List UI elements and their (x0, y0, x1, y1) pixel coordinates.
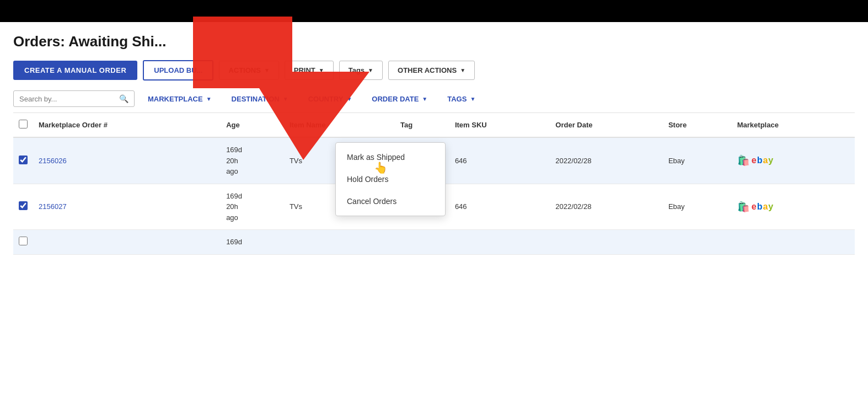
cancel-orders-item[interactable]: Cancel Orders (336, 190, 445, 212)
tags-chevron-icon: ▼ (368, 67, 373, 73)
order-link[interactable]: 2156027 (39, 202, 67, 211)
select-all-checkbox[interactable] (19, 120, 28, 128)
row-marketplace: 🛍️ ebay (732, 137, 855, 184)
print-dropdown-button[interactable]: PRINT ▼ (285, 61, 334, 80)
search-box[interactable]: 🔍 (13, 90, 135, 107)
col-marketplace: Marketplace (732, 113, 855, 137)
other-actions-dropdown-button[interactable]: OTHER ACTIONS ▼ (388, 61, 475, 80)
row-item-sku: 646 (449, 184, 550, 230)
hold-orders-item[interactable]: Hold Orders (336, 168, 445, 190)
row-item-name (284, 230, 395, 255)
row-store: Ebay (663, 137, 732, 184)
row-order-date: 2022/02/28 (550, 184, 663, 230)
table-row: 169d (13, 230, 855, 255)
row-tag (395, 230, 449, 255)
tags-chevron-icon-filter: ▼ (470, 96, 475, 102)
col-store: Store (663, 113, 732, 137)
actions-dropdown-button[interactable]: ACTIONS ▼ (219, 61, 278, 80)
col-tag: Tag (395, 113, 449, 137)
col-order-num: Marketplace Order # (33, 113, 221, 137)
print-label: PRINT (294, 66, 315, 74)
actions-label: ACTIONS (228, 66, 261, 74)
destination-chevron-icon: ▼ (283, 96, 288, 102)
marketplace-filter-label: MARKETPLACE (148, 95, 203, 103)
col-age: Age (221, 113, 284, 137)
search-icon: 🔍 (119, 94, 128, 103)
order-date-filter-button[interactable]: ORDER DATE ▼ (365, 92, 434, 106)
col-order-date: Order Date (550, 113, 663, 137)
tags-filter-button[interactable]: TAGS ▼ (441, 92, 482, 106)
order-link[interactable]: 2156026 (39, 157, 67, 165)
row-age: 169d (221, 230, 284, 255)
country-filter-label: COUNTRY (308, 95, 344, 103)
actions-dropdown-menu: Mark as Shipped Hold Orders Cancel Order… (335, 142, 446, 216)
destination-filter-label: DESTINATION (232, 95, 280, 103)
tags-dropdown-button[interactable]: Tags ▼ (339, 61, 383, 80)
filter-bar: 🔍 MARKETPLACE ▼ DESTINATION ▼ COUNTRY ▼ … (13, 90, 855, 113)
row-order-date: 2022/02/28 (550, 137, 663, 184)
row-checkbox[interactable] (19, 156, 28, 164)
marketplace-chevron-icon: ▼ (206, 96, 212, 102)
row-marketplace: 🛍️ ebay (732, 184, 855, 230)
row-item-sku (449, 230, 550, 255)
table-header-row: Marketplace Order # Age Item Name Tag It… (13, 113, 855, 137)
row-store (663, 230, 732, 255)
other-actions-label: OTHER ACTIONS (398, 66, 457, 74)
row-order-date (550, 230, 663, 255)
toolbar: CREATE A MANUAL ORDER UPLOAD BU... ACTIO… (13, 60, 855, 81)
page-title: Orders: Awaiting Shi... (13, 33, 855, 50)
create-manual-order-button[interactable]: CREATE A MANUAL ORDER (13, 61, 137, 80)
print-chevron-icon: ▼ (319, 67, 324, 73)
tags-filter-label: TAGS (447, 95, 467, 103)
marketplace-filter-button[interactable]: MARKETPLACE ▼ (141, 92, 218, 106)
actions-chevron-icon: ▼ (264, 67, 270, 73)
search-input[interactable] (19, 95, 115, 103)
other-actions-chevron-icon: ▼ (460, 67, 465, 73)
row-checkbox-cell (13, 184, 33, 230)
row-order-num (33, 230, 221, 255)
row-checkbox[interactable] (19, 237, 28, 245)
country-chevron-icon: ▼ (346, 96, 352, 102)
row-checkbox[interactable] (19, 201, 28, 210)
row-age: 169d 20h ago (221, 184, 284, 230)
upload-bulk-button[interactable]: UPLOAD BU... (143, 60, 213, 81)
row-checkbox-cell (13, 230, 33, 255)
ebay-marketplace-icon: 🛍️ ebay (737, 154, 774, 167)
mark-as-shipped-item[interactable]: Mark as Shipped (336, 146, 445, 168)
row-marketplace (732, 230, 855, 255)
order-date-chevron-icon: ▼ (422, 96, 427, 102)
row-checkbox-cell (13, 137, 33, 184)
order-date-filter-label: ORDER DATE (372, 95, 419, 103)
tags-label: Tags (349, 66, 365, 74)
col-item-sku: Item SKU (449, 113, 550, 137)
row-order-num: 2156027 (33, 184, 221, 230)
destination-filter-button[interactable]: DESTINATION ▼ (225, 92, 295, 106)
top-bar (0, 0, 868, 22)
row-age: 169d 20h ago (221, 137, 284, 184)
select-all-checkbox-cell (13, 113, 33, 137)
ebay-marketplace-icon: 🛍️ ebay (737, 201, 774, 213)
row-item-sku: 646 (449, 137, 550, 184)
country-filter-button[interactable]: COUNTRY ▼ (302, 92, 359, 106)
row-order-num: 2156026 (33, 137, 221, 184)
row-store: Ebay (663, 184, 732, 230)
col-item-name: Item Name (284, 113, 395, 137)
